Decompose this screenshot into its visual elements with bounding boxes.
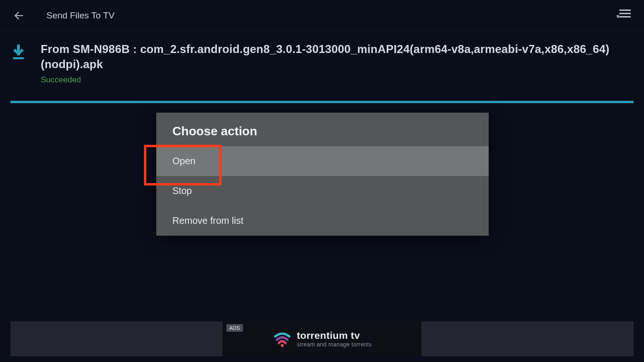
svg-rect-6 <box>17 46 20 53</box>
transfer-text: From SM-N986B : com_2.sfr.android.gen8_3… <box>41 42 634 85</box>
ad-title: torrentium tv <box>297 330 372 341</box>
svg-rect-7 <box>13 57 24 59</box>
header-right: × <box>617 9 631 23</box>
action-dialog: Choose action Open Stop Remove from list <box>156 113 489 236</box>
svg-point-8 <box>281 344 284 347</box>
svg-rect-3 <box>619 16 631 18</box>
wifi-layers-icon <box>272 329 292 349</box>
page-title: Send Files To TV <box>46 10 115 21</box>
svg-rect-1 <box>619 9 631 11</box>
accent-divider <box>10 101 634 103</box>
ad-logo: torrentium tv stream and manage torrents <box>272 329 372 349</box>
download-icon <box>10 44 27 62</box>
ad-text: torrentium tv stream and manage torrents <box>297 330 372 348</box>
ad-content[interactable]: ADS torrentium tv stream and manage torr… <box>223 321 421 356</box>
svg-text:×: × <box>617 14 620 20</box>
dialog-item-stop[interactable]: Stop <box>156 176 489 206</box>
dialog-title: Choose action <box>156 113 489 146</box>
dialog-item-remove[interactable]: Remove from list <box>156 206 489 236</box>
svg-rect-2 <box>619 13 631 14</box>
transfer-filename: From SM-N986B : com_2.sfr.android.gen8_3… <box>41 42 634 72</box>
transfer-status: Succeeded <box>41 75 634 85</box>
ad-badge: ADS <box>226 324 243 332</box>
transfer-item[interactable]: From SM-N986B : com_2.sfr.android.gen8_3… <box>0 31 644 91</box>
header-left: Send Files To TV <box>13 10 115 21</box>
dialog-item-open[interactable]: Open <box>156 146 489 176</box>
ad-subtitle: stream and manage torrents <box>297 341 372 348</box>
filter-list-icon[interactable]: × <box>617 9 631 23</box>
ad-banner[interactable]: ADS torrentium tv stream and manage torr… <box>10 321 634 356</box>
app-header: Send Files To TV × <box>0 0 644 31</box>
back-arrow-icon[interactable] <box>13 10 25 21</box>
